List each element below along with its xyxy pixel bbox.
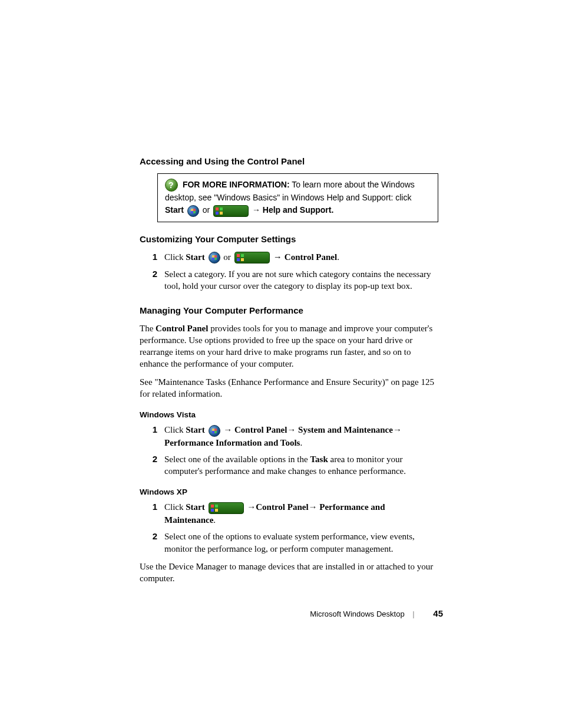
vista-orb-icon xyxy=(187,205,199,217)
step-body: Select one of the available options in t… xyxy=(164,453,438,477)
paragraph-maintenance-ref: See "Maintenance Tasks (Enhance Performa… xyxy=(140,376,438,400)
xp-start-button-icon xyxy=(209,502,244,514)
vista-orb-icon xyxy=(209,425,220,437)
paragraph-control-panel-tools: The Control Panel provides tools for you… xyxy=(140,322,438,370)
p1b: Control Panel xyxy=(156,324,208,333)
step-body: Select a category. If you are not sure w… xyxy=(164,268,438,292)
step-start: Start xyxy=(186,425,205,434)
step-start: Start xyxy=(186,502,205,512)
p1a: The xyxy=(140,324,156,333)
list-item: 2 Select a category. If you are not sure… xyxy=(140,268,438,292)
step-number: 2 xyxy=(140,453,164,477)
vista-orb-icon xyxy=(209,252,220,263)
step-body: Click Start or → Control Panel. xyxy=(164,251,438,264)
vista-steps-list: 1 Click Start → Control Panel→ System an… xyxy=(140,424,438,477)
info-box-more-information: FOR MORE INFORMATION: To learn more abou… xyxy=(157,173,438,222)
step-pre: Click xyxy=(164,502,186,512)
xp-start-button-icon xyxy=(234,252,270,263)
footer-title: Microsoft Windows Desktop xyxy=(310,610,404,618)
info-or: or xyxy=(200,205,212,215)
list-item: 1 Click Start → Control Panel→ System an… xyxy=(140,424,438,449)
list-item: 1 Click Start →Control Panel→ Performanc… xyxy=(140,501,438,526)
step-end: . xyxy=(300,438,302,447)
customizing-steps-list: 1 Click Start or → Control Panel. 2 Sele… xyxy=(140,251,438,292)
step-number: 1 xyxy=(140,251,164,264)
info-label: FOR MORE INFORMATION: xyxy=(183,180,290,189)
step-body: Click Start →Control Panel→ Performance … xyxy=(164,501,438,526)
subheading-windows-xp: Windows XP xyxy=(140,487,438,496)
task-word: Task xyxy=(310,454,328,464)
heading-accessing-control-panel: Accessing and Using the Control Panel xyxy=(140,156,438,166)
footer-separator: | xyxy=(412,610,414,618)
info-start-word: Start xyxy=(165,205,184,215)
heading-managing-performance: Managing Your Computer Performance xyxy=(140,305,438,315)
list-item: 2 Select one of the available options in… xyxy=(140,453,438,477)
step-body: Select one of the options to evaluate sy… xyxy=(164,531,438,555)
xp-start-button-icon xyxy=(213,205,249,217)
arrow-icon: → xyxy=(271,252,285,262)
step-number: 2 xyxy=(140,531,164,555)
page-number: 45 xyxy=(433,608,443,618)
step-number: 2 xyxy=(140,268,164,292)
step-number: 1 xyxy=(140,424,164,449)
paragraph-device-manager: Use the Device Manager to manage devices… xyxy=(140,561,438,585)
list-item: 1 Click Start or → Control Panel. xyxy=(140,251,438,264)
control-panel-text: Control Panel xyxy=(285,252,337,262)
step-pre: Click xyxy=(164,252,186,262)
step-pre: Select one of the available options in t… xyxy=(164,454,310,464)
step-start: Start xyxy=(186,252,205,262)
step-body: Click Start → Control Panel→ System and … xyxy=(164,424,438,449)
step-pre: Click xyxy=(164,425,186,434)
page-footer: Microsoft Windows Desktop | 45 xyxy=(310,608,443,618)
step-end: . xyxy=(337,252,339,262)
list-item: 2 Select one of the options to evaluate … xyxy=(140,531,438,555)
heading-customizing-settings: Customizing Your Computer Settings xyxy=(140,234,438,244)
step-or: or xyxy=(222,252,233,262)
step-end: . xyxy=(213,515,216,525)
subheading-windows-vista: Windows Vista xyxy=(140,410,438,419)
xp-steps-list: 1 Click Start →Control Panel→ Performanc… xyxy=(140,501,438,554)
info-help-support: → Help and Support. xyxy=(250,205,333,215)
step-number: 1 xyxy=(140,501,164,526)
question-mark-icon xyxy=(165,179,178,192)
